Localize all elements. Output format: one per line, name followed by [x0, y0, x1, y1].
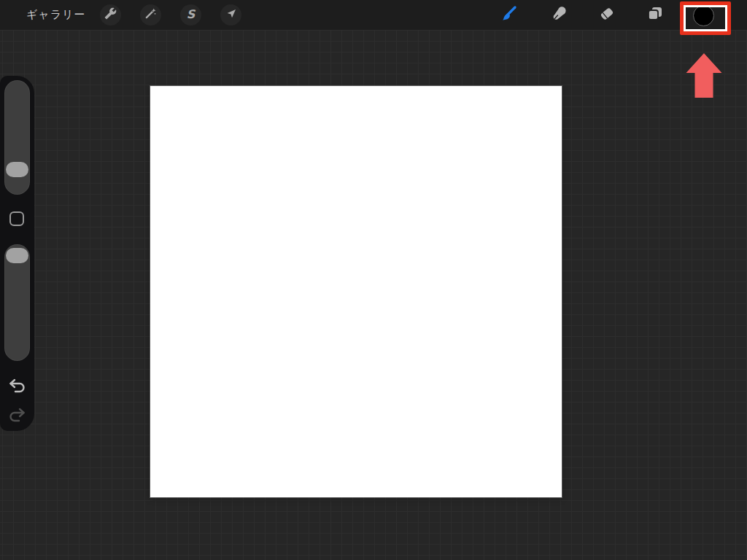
brush-size-slider[interactable] — [4, 80, 30, 195]
side-toolbar — [0, 76, 34, 431]
modify-button[interactable] — [9, 211, 24, 226]
opacity-slider-handle[interactable] — [6, 248, 28, 263]
wrench-icon — [104, 7, 117, 23]
brush-size-slider-handle[interactable] — [6, 162, 28, 177]
transform-button[interactable] — [220, 4, 241, 26]
undo-button[interactable] — [8, 378, 26, 394]
transform-arrow-icon — [225, 8, 237, 23]
actions-button[interactable] — [100, 4, 121, 26]
layers-icon — [646, 4, 665, 26]
smudge-finger-icon — [549, 4, 568, 26]
redo-arrow-icon — [8, 413, 26, 427]
drawing-canvas[interactable] — [150, 86, 562, 497]
layers-button[interactable] — [646, 6, 665, 25]
eraser-icon — [597, 4, 616, 26]
adjustments-button[interactable] — [140, 4, 161, 26]
magic-wand-icon — [144, 7, 157, 23]
smudge-tool-button[interactable] — [549, 6, 568, 25]
color-tool-button[interactable] — [693, 5, 714, 26]
erase-tool-button[interactable] — [597, 6, 616, 25]
paint-tool-button[interactable] — [499, 6, 518, 25]
paintbrush-icon — [499, 4, 518, 26]
opacity-slider[interactable] — [4, 244, 30, 361]
gallery-button[interactable]: ギャラリー — [26, 0, 85, 30]
undo-arrow-icon — [8, 384, 26, 397]
selection-button[interactable]: S — [180, 4, 201, 26]
redo-button[interactable] — [8, 408, 26, 424]
selection-s-icon: S — [187, 9, 196, 20]
